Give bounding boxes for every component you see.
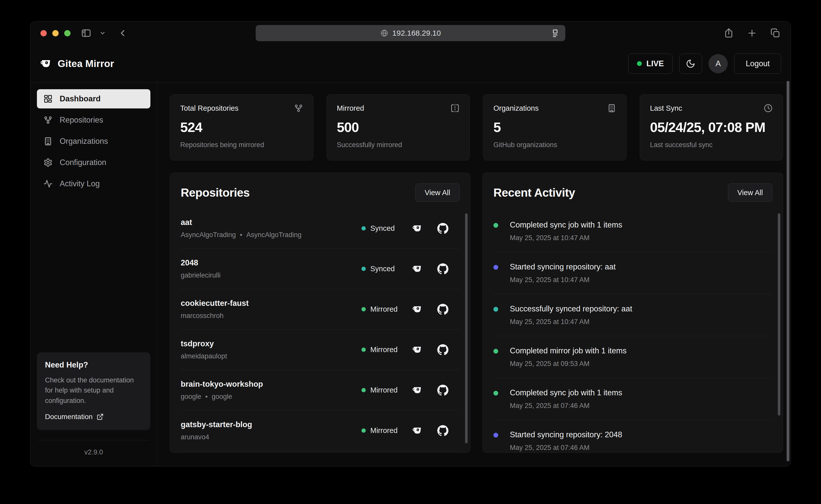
status-dot (361, 267, 366, 271)
gitea-link-icon[interactable] (412, 223, 423, 234)
avatar[interactable]: A (709, 54, 728, 73)
stat-title: Organizations (493, 104, 539, 112)
activity-timestamp: May 25, 2025 at 09:53 AM (510, 360, 627, 368)
status-label: Synced (370, 224, 395, 233)
activity-dot (493, 265, 498, 270)
zoom-window-button[interactable] (64, 30, 71, 36)
stats-row: Total Repositories 524 Repositories bein… (170, 94, 783, 161)
activity-message: Started syncing repository: aat (510, 262, 616, 271)
sidebar-item-dashboard[interactable]: Dashboard (37, 89, 150, 108)
github-link-icon[interactable] (437, 344, 448, 355)
repository-row: brain-tokyo-workshop google • google Mir… (181, 370, 460, 410)
stat-card-organizations: Organizations 5 GitHub organizations (483, 94, 627, 161)
app-version: v2.9.0 (37, 448, 150, 456)
new-tab-icon[interactable] (747, 28, 757, 38)
stat-subtitle: GitHub organizations (493, 141, 616, 149)
reader-icon[interactable] (550, 28, 561, 39)
repository-list: aat AsyncAlgoTrading • AsyncAlgoTrading … (181, 208, 460, 453)
owner-separator: • (240, 231, 242, 239)
activity-icon (43, 179, 53, 188)
activity-message: Successfully synced repository: aat (510, 304, 632, 313)
app-title: Gitea Mirror (58, 58, 114, 69)
repository-owner: marcosschroh (181, 312, 224, 320)
share-icon[interactable] (723, 28, 734, 38)
main-content: Total Repositories 524 Repositories bein… (157, 83, 791, 466)
repository-row: 2048 gabrielecirulli • Synced (181, 248, 460, 289)
browser-window: 192.168.29.10 Gitea Mirror (30, 21, 791, 466)
github-link-icon[interactable] (437, 425, 448, 436)
activity-message: Completed sync job with 1 items (510, 220, 622, 230)
gitea-link-icon[interactable] (412, 425, 423, 436)
status-label: Mirrored (370, 305, 398, 313)
chevron-down-icon[interactable] (99, 30, 106, 36)
logout-button[interactable]: Logout (734, 54, 781, 74)
need-help-body: Check out the documentation for help wit… (45, 375, 142, 406)
github-link-icon[interactable] (437, 263, 448, 274)
activity-row: Completed mirror job with 1 items May 25… (493, 336, 772, 378)
gitea-link-icon[interactable] (412, 304, 423, 315)
activity-dot (493, 223, 498, 228)
moon-icon (686, 59, 695, 68)
close-window-button[interactable] (40, 30, 47, 36)
github-link-icon[interactable] (437, 385, 448, 396)
back-icon[interactable] (118, 28, 128, 38)
globe-icon (380, 29, 388, 37)
git-fork-icon (43, 116, 53, 125)
sidebar-item-activity-log[interactable]: Activity Log (37, 174, 150, 193)
activity-timestamp: May 25, 2025 at 07:46 AM (510, 444, 622, 452)
address-bar[interactable]: 192.168.29.10 (256, 25, 565, 41)
repositories-scrollbar[interactable] (465, 213, 468, 443)
status-dot (361, 388, 366, 392)
repositories-panel-title: Repositories (181, 186, 250, 199)
sidebar-item-organizations[interactable]: Organizations (37, 132, 150, 151)
recent-activity-panel: Recent Activity View All Completed sync … (483, 173, 783, 453)
stat-title: Total Repositories (180, 104, 239, 112)
tabs-icon[interactable] (770, 28, 781, 38)
status-label: Synced (370, 265, 395, 273)
stat-title: Mirrored (337, 104, 364, 112)
theme-toggle-button[interactable] (679, 54, 702, 74)
status-dot (361, 348, 366, 352)
repository-name: gatsby-starter-blog (181, 420, 252, 429)
activity-dot (493, 349, 498, 354)
activity-row: Started syncing repository: aat May 25, … (493, 252, 772, 294)
sidebar-item-repositories[interactable]: Repositories (37, 110, 150, 130)
activity-message: Completed mirror job with 1 items (510, 346, 627, 355)
activity-timestamp: May 25, 2025 at 10:47 AM (510, 318, 632, 326)
repository-name: tsdproxy (181, 339, 227, 348)
github-link-icon[interactable] (437, 304, 448, 315)
stat-subtitle: Last successful sync (650, 141, 773, 149)
live-status-badge[interactable]: LIVE (628, 54, 673, 74)
sidebar-toggle-icon[interactable] (81, 28, 92, 39)
minimize-window-button[interactable] (52, 30, 59, 36)
sidebar-divider (38, 440, 149, 440)
stat-value: 5 (493, 119, 616, 135)
sidebar-item-configuration[interactable]: Configuration (37, 153, 150, 172)
activity-view-all-button[interactable]: View All (728, 184, 772, 202)
status-label: Mirrored (370, 346, 398, 354)
need-help-card: Need Help? Check out the documentation f… (37, 352, 150, 430)
owner-separator: • (205, 393, 208, 401)
activity-row: Started syncing repository: 2048 May 25,… (493, 420, 772, 453)
sidebar-nav: Dashboard Repositories Organizations (37, 89, 150, 193)
gitea-link-icon[interactable] (412, 264, 423, 274)
status-dot (361, 307, 366, 311)
url-text: 192.168.29.10 (392, 29, 441, 37)
stat-card-last-sync: Last Sync 05/24/25, 07:08 PM Last succes… (640, 94, 783, 161)
git-fork-icon (294, 104, 303, 113)
repository-name: aat (181, 218, 302, 227)
activity-message: Completed sync job with 1 items (510, 388, 622, 397)
gitea-link-icon[interactable] (412, 345, 423, 355)
activity-scrollbar[interactable] (778, 213, 780, 416)
repository-org: google (212, 393, 232, 401)
repositories-view-all-button[interactable]: View All (415, 184, 460, 202)
live-dot (637, 61, 642, 66)
page-scrollbar[interactable] (787, 81, 789, 461)
status-label: Mirrored (370, 426, 398, 435)
gitea-link-icon[interactable] (412, 385, 423, 396)
documentation-link[interactable]: Documentation (45, 413, 104, 421)
stat-value: 500 (337, 119, 460, 135)
repository-owner: almeidapaulopt (181, 352, 227, 360)
sidebar-item-label: Dashboard (60, 94, 101, 103)
github-link-icon[interactable] (437, 223, 448, 234)
